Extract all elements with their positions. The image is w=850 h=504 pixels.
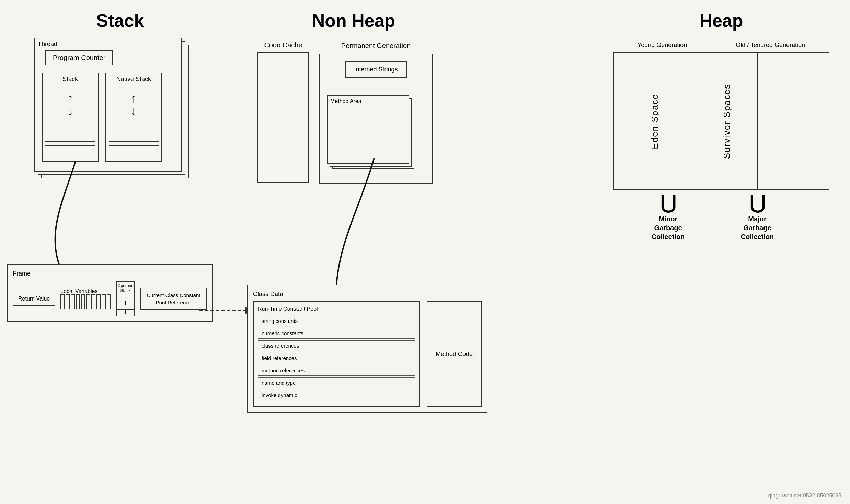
local-vars-bars	[60, 294, 111, 309]
operand-stack-label: Operand Stack	[117, 282, 134, 295]
local-var-bar	[81, 294, 85, 309]
thread-layer-1: Thread Program Counter Stack ↑ ↓	[34, 38, 182, 172]
thread-label: Thread	[38, 40, 57, 48]
heap-title: Heap	[613, 10, 829, 31]
interned-strings-box: Interned Strings	[345, 61, 407, 78]
stack-box: Stack ↑ ↓	[42, 73, 99, 162]
pool-item-nametype: name and type	[258, 377, 415, 388]
native-stack-box: Native Stack ↑ ↓	[105, 73, 162, 162]
heap-section: Heap Young Generation Old / Tenured Gene…	[613, 10, 829, 241]
code-cache-container: Code Cache	[257, 41, 309, 183]
frame-label: Frame	[13, 270, 207, 277]
nonheap-boxes: Code Cache Permanent Generation Interned…	[257, 41, 450, 184]
perm-gen-box: Interned Strings Method Area	[319, 54, 433, 184]
operand-lines	[117, 307, 134, 314]
heap-sublabels: Young Generation Old / Tenured Generatio…	[613, 41, 829, 49]
minor-gc-arrow: ⋃	[660, 193, 676, 212]
program-counter-box: Program Counter	[45, 50, 113, 65]
classdata-label: Class Data	[253, 291, 482, 298]
method-area-label: Method Area	[330, 98, 361, 104]
runtime-pool: Run-Time Constant Pool string constants …	[253, 301, 420, 407]
heap-boxes: Eden Space Survivor Spaces	[613, 52, 829, 190]
thread-container: Thread Program Counter Stack ↑ ↓	[34, 38, 192, 185]
minor-gc-group: ⋃ Minor Garbage Collection	[647, 193, 689, 241]
pool-item-field: field references	[258, 353, 415, 363]
return-value-box: Return Value	[13, 292, 55, 306]
native-stack-arrow: ↑ ↓	[106, 92, 161, 117]
method-code-box: Method Code	[427, 301, 482, 407]
operand-stack-box: Operand Stack ↑↓	[116, 281, 135, 316]
stack-title: Stack	[14, 10, 227, 31]
local-var-bar	[102, 294, 106, 309]
survivor-box: Survivor Spaces	[696, 53, 758, 189]
perm-gen-label: Permanent Generation	[341, 41, 411, 50]
watermark: qingruanit.net 0532-85025095	[768, 493, 841, 499]
stack-arrow: ↑ ↓	[43, 92, 98, 117]
minor-gc-label: Minor Garbage Collection	[647, 214, 689, 241]
local-var-bar	[71, 294, 75, 309]
old-tenured-label: Old / Tenured Generation	[736, 41, 805, 49]
native-stack-lines	[109, 141, 159, 158]
old-tenured-box	[758, 53, 829, 189]
pool-item-string: string constants	[258, 316, 415, 326]
code-cache-label: Code Cache	[264, 41, 302, 49]
method-area-layer-1: Method Area	[327, 95, 409, 164]
runtime-pool-title: Run-Time Constant Pool	[258, 306, 415, 312]
frame-section: Frame Return Value Local Variables Opera…	[7, 264, 213, 322]
pool-item-invokedynamic: invoke dynamic	[258, 390, 415, 400]
local-var-bar	[60, 294, 65, 309]
major-gc-group: ⋃ Major Garbage Collection	[737, 193, 778, 241]
major-gc-label: Major Garbage Collection	[737, 214, 778, 241]
local-vars-group: Local Variables	[60, 288, 111, 309]
local-var-bar	[86, 294, 90, 309]
constant-pool-ref: Current Class Constant Pool Reference	[140, 288, 207, 310]
stack-lines	[45, 141, 95, 158]
eden-label: Eden Space	[650, 94, 660, 149]
classdata-inner: Run-Time Constant Pool string constants …	[253, 301, 482, 407]
frame-inner: Return Value Local Variables Operand Sta…	[13, 281, 207, 316]
local-var-bar	[76, 294, 80, 309]
pool-item-numeric: numeric constants	[258, 328, 415, 339]
survivor-label: Survivor Spaces	[722, 84, 732, 159]
local-var-bar	[66, 294, 70, 309]
young-gen-label: Young Generation	[638, 41, 687, 49]
stack-section: Stack Thread Program Counter Stack ↑ ↓	[14, 10, 227, 185]
perm-gen-container: Permanent Generation Interned Strings Me…	[319, 41, 433, 184]
major-gc-arrow: ⋃	[749, 193, 765, 212]
nonheap-section: Non Heap Code Cache Permanent Generation…	[257, 10, 450, 184]
local-var-bar	[107, 294, 111, 309]
local-var-bar	[91, 294, 95, 309]
local-var-bar	[96, 294, 101, 309]
pool-item-method: method references	[258, 365, 415, 376]
nonheap-title: Non Heap	[257, 10, 450, 31]
gc-labels-row: ⋃ Minor Garbage Collection ⋃ Major Garba…	[613, 193, 829, 241]
stack-inner-container: Stack ↑ ↓ Native Stack	[42, 73, 176, 162]
method-area-outer: Method Area	[327, 95, 423, 174]
local-vars-label: Local Variables	[60, 288, 97, 294]
code-cache-box	[257, 52, 309, 183]
classdata-section: Class Data Run-Time Constant Pool string…	[247, 285, 487, 413]
pool-item-class: class references	[258, 340, 415, 351]
eden-box: Eden Space	[614, 53, 696, 189]
